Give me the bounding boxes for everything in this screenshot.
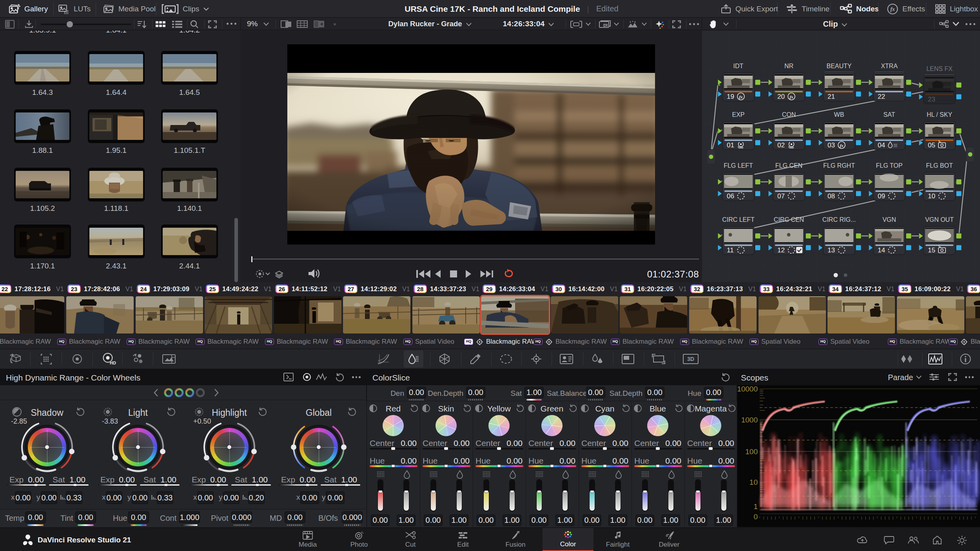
- svg-text:fx: fx: [890, 6, 895, 12]
- svg-text:HQ: HQ: [604, 24, 608, 27]
- svg-text:HDR: HDR: [739, 147, 743, 149]
- svg-text:VGN: VGN: [882, 216, 896, 223]
- svg-text:NR: NR: [784, 63, 793, 69]
- svg-text:CIRC CEN: CIRC CEN: [774, 216, 804, 223]
- svg-text:FLG BOT: FLG BOT: [926, 162, 953, 169]
- svg-text:11: 11: [727, 246, 734, 254]
- svg-text:10000: 10000: [737, 385, 758, 393]
- svg-text:EXP: EXP: [732, 111, 744, 118]
- svg-text:13: 13: [828, 246, 835, 254]
- svg-text:FLG RGHT: FLG RGHT: [823, 162, 855, 169]
- svg-text:LENS FX: LENS FX: [926, 65, 953, 72]
- svg-text:07: 07: [777, 192, 785, 200]
- svg-text:CON: CON: [782, 111, 796, 118]
- svg-text:HDR: HDR: [789, 147, 794, 149]
- svg-text:15: 15: [928, 246, 935, 254]
- svg-text:fx: fx: [739, 94, 743, 99]
- svg-text:SAT: SAT: [884, 111, 895, 118]
- svg-text:1000: 1000: [741, 416, 758, 424]
- svg-text:02: 02: [777, 141, 785, 149]
- svg-text:CIRC LEFT: CIRC LEFT: [722, 216, 755, 223]
- svg-text:1: 1: [753, 502, 758, 511]
- svg-text:FLG CEN: FLG CEN: [775, 162, 802, 169]
- svg-text:12: 12: [777, 246, 785, 254]
- svg-text:08: 08: [828, 192, 835, 200]
- svg-text:22: 22: [878, 93, 885, 100]
- svg-text:XTRA: XTRA: [881, 63, 898, 69]
- svg-text:HL / SKY: HL / SKY: [927, 111, 953, 118]
- svg-text:FLG LEFT: FLG LEFT: [724, 162, 753, 169]
- svg-text:HDR: HDR: [110, 361, 116, 365]
- svg-text:IDT: IDT: [733, 63, 744, 69]
- svg-text:06: 06: [727, 192, 734, 200]
- svg-text:CIRC RIG...: CIRC RIG...: [822, 216, 856, 223]
- svg-text:fx: fx: [789, 94, 793, 99]
- svg-text:03: 03: [828, 141, 835, 149]
- svg-text:BEAUTY: BEAUTY: [826, 63, 851, 69]
- svg-text:100: 100: [745, 448, 758, 456]
- svg-text:10: 10: [750, 478, 758, 486]
- svg-text:01: 01: [727, 141, 734, 149]
- svg-text:19: 19: [727, 93, 734, 100]
- svg-text:05: 05: [928, 141, 935, 149]
- svg-text:FLG TOP: FLG TOP: [876, 162, 903, 169]
- svg-text:09: 09: [878, 192, 885, 200]
- svg-text:0: 0: [753, 513, 758, 521]
- svg-text:WB: WB: [834, 111, 844, 118]
- svg-text:10: 10: [928, 192, 935, 200]
- svg-text:fx: fx: [840, 143, 844, 148]
- svg-text:14: 14: [878, 246, 885, 254]
- svg-text:20: 20: [777, 93, 785, 100]
- svg-text:VGN OUT: VGN OUT: [925, 216, 954, 223]
- svg-text:21: 21: [828, 93, 835, 100]
- svg-text:04: 04: [878, 141, 885, 149]
